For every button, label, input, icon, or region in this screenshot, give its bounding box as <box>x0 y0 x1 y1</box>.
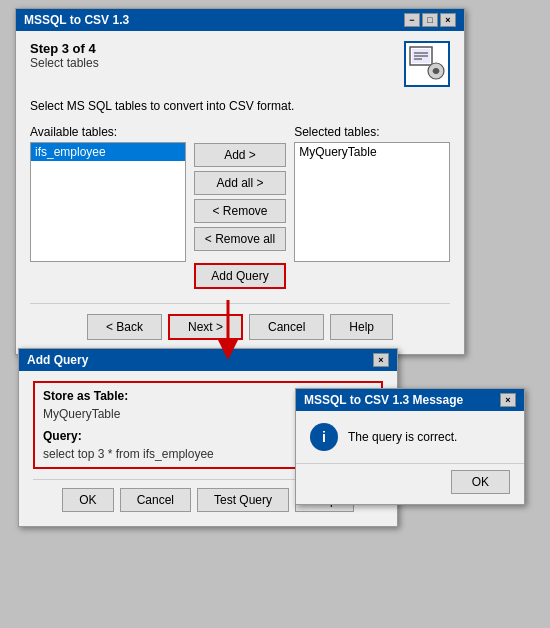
message-dialog-title: MSSQL to CSV 1.3 Message <box>304 393 463 407</box>
svg-point-6 <box>433 68 439 74</box>
step-subtitle: Select tables <box>30 56 99 70</box>
step-icon-svg <box>408 45 446 83</box>
selected-tables-column: Selected tables: MyQueryTable <box>294 125 450 262</box>
add-query-dialog-title: Add Query <box>27 353 88 367</box>
maximize-button[interactable]: □ <box>422 13 438 27</box>
close-button[interactable]: × <box>440 13 456 27</box>
available-tables-listbox[interactable]: ifs_employee <box>30 142 186 262</box>
add-button[interactable]: Add > <box>194 143 286 167</box>
svg-marker-8 <box>218 340 238 360</box>
info-icon: i <box>310 423 338 451</box>
add-query-title-buttons: × <box>373 353 389 367</box>
main-window-title: MSSQL to CSV 1.3 <box>24 13 129 27</box>
step-title: Step 3 of 4 <box>30 41 99 56</box>
add-query-cancel-button[interactable]: Cancel <box>120 488 191 512</box>
add-all-button[interactable]: Add all > <box>194 171 286 195</box>
message-dialog: MSSQL to CSV 1.3 Message × i The query i… <box>295 388 525 505</box>
message-nav: OK <box>296 463 524 504</box>
title-bar-buttons: − □ × <box>404 13 456 27</box>
back-button[interactable]: < Back <box>87 314 162 340</box>
test-query-button[interactable]: Test Query <box>197 488 289 512</box>
step-icon <box>404 41 450 87</box>
message-close-button[interactable]: × <box>500 393 516 407</box>
remove-button[interactable]: < Remove <box>194 199 286 223</box>
tables-section: Available tables: ifs_employee Add > Add… <box>30 125 450 289</box>
minimize-button[interactable]: − <box>404 13 420 27</box>
add-query-button[interactable]: Add Query <box>194 263 286 289</box>
remove-all-button[interactable]: < Remove all <box>194 227 286 251</box>
available-tables-label: Available tables: <box>30 125 186 139</box>
help-button[interactable]: Help <box>330 314 393 340</box>
step-info: Step 3 of 4 Select tables <box>30 41 99 70</box>
add-query-ok-button[interactable]: OK <box>62 488 113 512</box>
transfer-buttons: Add > Add all > < Remove < Remove all Ad… <box>194 125 286 289</box>
selected-tables-listbox[interactable]: MyQueryTable <box>294 142 450 262</box>
description: Select MS SQL tables to convert into CSV… <box>30 99 450 113</box>
message-title-buttons: × <box>500 393 516 407</box>
selected-tables-label: Selected tables: <box>294 125 450 139</box>
message-title-bar: MSSQL to CSV 1.3 Message × <box>296 389 524 411</box>
main-title-bar: MSSQL to CSV 1.3 − □ × <box>16 9 464 31</box>
add-query-close-button[interactable]: × <box>373 353 389 367</box>
red-arrow <box>198 295 258 365</box>
step-header: Step 3 of 4 Select tables <box>30 41 450 87</box>
available-tables-column: Available tables: ifs_employee <box>30 125 186 262</box>
message-content: i The query is correct. <box>296 411 524 463</box>
message-text: The query is correct. <box>348 430 457 444</box>
available-table-item[interactable]: ifs_employee <box>31 143 185 161</box>
message-ok-button[interactable]: OK <box>451 470 510 494</box>
selected-table-item[interactable]: MyQueryTable <box>295 143 449 161</box>
cancel-button[interactable]: Cancel <box>249 314 324 340</box>
